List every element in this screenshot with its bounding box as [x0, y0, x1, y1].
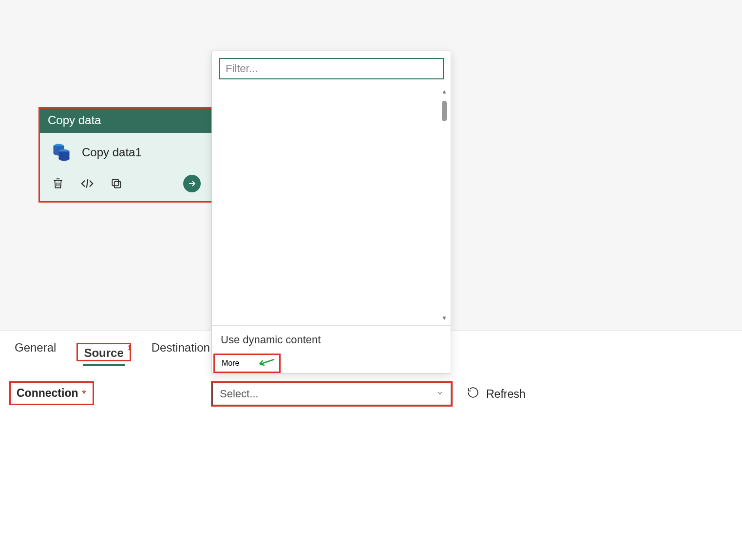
activity-card-title: Copy data — [40, 109, 211, 133]
svg-point-5 — [59, 156, 70, 161]
dropdown-option-more-highlight: More — [213, 354, 281, 373]
dropdown-list-area[interactable]: ▲ ▼ — [212, 84, 451, 326]
refresh-button[interactable]: Refresh — [467, 386, 526, 402]
delete-icon[interactable] — [51, 176, 65, 191]
scroll-thumb[interactable] — [442, 101, 447, 121]
refresh-label: Refresh — [486, 388, 526, 401]
connection-label-highlight: Connection * — [9, 381, 94, 405]
connection-select-placeholder: Select... — [220, 388, 258, 400]
connection-select-highlight: Select... — [211, 381, 453, 407]
copy-icon[interactable] — [109, 176, 124, 191]
connection-label: Connection — [17, 387, 78, 400]
activity-card-body: Copy data1 — [40, 133, 211, 168]
annotation-arrow-icon — [256, 357, 275, 369]
scroll-up-arrow-icon: ▲ — [441, 88, 447, 95]
tab-destination-label: Destination — [152, 341, 210, 354]
tab-source-label: Source — [84, 346, 123, 359]
tab-destination[interactable]: Destination 1 — [151, 336, 211, 361]
dropdown-option-more[interactable]: More — [222, 359, 239, 368]
tab-general[interactable]: General — [14, 336, 57, 361]
refresh-icon — [467, 386, 479, 402]
code-icon[interactable] — [80, 176, 95, 191]
activity-instance-name: Copy data1 — [82, 146, 142, 159]
tab-source-highlight: Source 1 — [76, 343, 131, 361]
dropdown-scrollbar[interactable]: ▲ ▼ — [441, 88, 448, 321]
activity-toolbar — [40, 168, 211, 201]
svg-rect-6 — [114, 182, 121, 188]
connection-select[interactable]: Select... — [212, 383, 451, 405]
tab-source[interactable]: Source 1 — [83, 343, 124, 366]
execute-arrow-button[interactable] — [183, 175, 201, 192]
chevron-down-icon — [436, 389, 444, 399]
database-icon — [51, 142, 72, 163]
tab-source-badge: 1 — [127, 343, 131, 352]
connection-row: Connection * — [9, 381, 94, 405]
required-asterisk: * — [82, 388, 86, 399]
dropdown-option-use-dynamic-content[interactable]: Use dynamic content — [212, 326, 451, 354]
connection-dropdown-panel: ▲ ▼ Use dynamic content More — [211, 51, 451, 373]
copy-data-activity-card[interactable]: Copy data Copy data1 — [38, 107, 213, 203]
svg-rect-7 — [112, 179, 118, 186]
dropdown-filter-input[interactable] — [219, 58, 444, 79]
scroll-down-arrow-icon: ▼ — [441, 315, 447, 321]
properties-tabs: General Source 1 Destination 1 — [14, 336, 211, 361]
